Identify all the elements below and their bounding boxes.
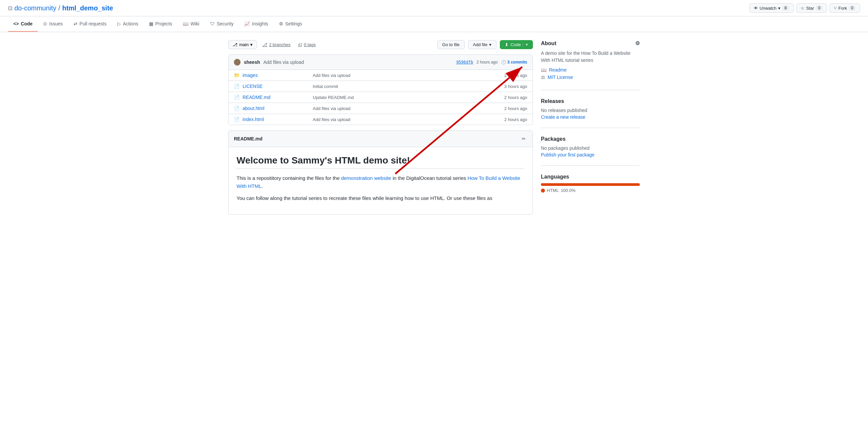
tab-insights[interactable]: 📈 Insights — [239, 17, 273, 32]
latest-commit-row: sheesh Add files via upload 9596dfb 2 ho… — [228, 55, 533, 70]
dropdown-arrow: ▾ — [778, 6, 780, 11]
readme-section: README.md ✏ Welcome to Sammy's HTML demo… — [228, 130, 533, 215]
releases-title: Releases — [541, 98, 640, 104]
file-row: 📄 index.html Add files via upload 2 hour… — [228, 114, 533, 125]
file-row: 📄 about.html Add files via upload 2 hour… — [228, 103, 533, 114]
readme-para1-mid: in the DigitalOcean tutorial series — [391, 175, 467, 181]
file-icon: 📄 — [234, 117, 239, 122]
issues-icon: ⊙ — [43, 21, 47, 26]
readme-link-row: 📖 Readme — [541, 67, 640, 72]
publish-package-link[interactable]: Publish your first package — [541, 152, 594, 157]
file-row: 📁 images Add files via upload 2 hours ag… — [228, 70, 533, 81]
file-name: index.html — [243, 117, 309, 122]
folder-icon: 📁 — [234, 72, 239, 78]
repo-org-link[interactable]: do-community — [14, 4, 57, 12]
svg-point-3 — [235, 63, 240, 65]
repo-name-link[interactable]: html_demo_site — [62, 4, 113, 12]
projects-icon: ▦ — [149, 21, 153, 26]
license-sidebar-link[interactable]: MIT License — [548, 74, 573, 80]
unwatch-label: Unwatch — [760, 6, 777, 11]
file-name: about.html — [243, 106, 309, 111]
branches-icon: ⎇ — [262, 42, 267, 47]
unwatch-button[interactable]: 👁 Unwatch ▾ 8 — [749, 3, 794, 13]
sidebar-about-section: About ⚙ A demo site for the How To Build… — [541, 40, 640, 90]
tab-settings[interactable]: ⚙ Settings — [274, 17, 308, 32]
file-link[interactable]: LICENSE — [243, 84, 262, 89]
tab-code[interactable]: <> Code — [8, 17, 38, 32]
fork-label: Fork — [838, 6, 847, 11]
commits-link[interactable]: 3 commits — [507, 60, 527, 64]
file-name: images — [243, 72, 309, 78]
tab-pull-requests[interactable]: ⇄ Pull requests — [68, 17, 112, 32]
commit-hash[interactable]: 9596dfb — [456, 60, 473, 64]
file-commit: Update README.md — [313, 95, 484, 100]
nav-tabs: <> Code ⊙ Issues ⇄ Pull requests ▷ Actio… — [0, 17, 868, 32]
readme-edit-button[interactable]: ✏ — [521, 135, 527, 143]
file-time: 2 hours ago — [487, 117, 527, 122]
wiki-icon: 📖 — [183, 21, 188, 26]
html-label: HTML — [547, 188, 559, 193]
html-language-bar — [541, 183, 640, 186]
file-icon: 📄 — [234, 106, 239, 111]
commit-time: 2 hours ago — [476, 60, 497, 64]
history-icon: 🕐 — [501, 60, 506, 64]
file-link[interactable]: index.html — [243, 117, 264, 122]
file-link[interactable]: about.html — [243, 106, 264, 111]
tags-link[interactable]: 🏷 0 tags — [296, 40, 318, 49]
tab-wiki[interactable]: 📖 Wiki — [178, 17, 205, 32]
tab-security[interactable]: 🛡 Security — [205, 17, 239, 32]
file-icon: 📄 — [234, 95, 239, 100]
tab-projects[interactable]: ▦ Projects — [144, 17, 178, 32]
repo-toolbar: ⎇ main ▾ ⎇ 2 branches 🏷 0 tags Go to fil… — [228, 40, 533, 49]
file-name: README.md — [243, 95, 309, 100]
tab-wiki-label: Wiki — [190, 21, 199, 26]
readme-para2: You can follow along the tutorial series… — [237, 194, 525, 202]
tab-pr-label: Pull requests — [80, 21, 106, 26]
html-percent: 100.0% — [561, 188, 575, 193]
tab-settings-label: Settings — [285, 21, 302, 26]
star-count: 0 — [816, 5, 823, 11]
top-bar: ⊡ do-community / html_demo_site 👁 Unwatc… — [0, 0, 868, 17]
tab-issues[interactable]: ⊙ Issues — [38, 17, 68, 32]
security-icon: 🛡 — [210, 21, 215, 26]
file-commit: Add files via upload — [313, 117, 484, 122]
tags-count: 0 tags — [304, 42, 316, 47]
goto-file-button[interactable]: Go to file — [437, 40, 465, 49]
fork-button[interactable]: ⑂ Fork 0 — [830, 3, 860, 13]
file-link[interactable]: images — [243, 72, 257, 78]
file-time: 2 hours ago — [487, 106, 527, 111]
commit-avatar — [234, 59, 241, 65]
sidebar: About ⚙ A demo site for the How To Build… — [541, 40, 640, 215]
no-releases-text: No releases published — [541, 108, 640, 113]
code-btn-label: Code — [510, 42, 521, 47]
create-release-link[interactable]: Create a new release — [541, 114, 585, 120]
add-file-button[interactable]: Add file ▾ — [468, 40, 496, 49]
branches-link[interactable]: ⎇ 2 branches — [260, 40, 292, 49]
watch-count: 8 — [782, 5, 789, 11]
readme-para1-end: . — [261, 183, 263, 189]
tab-security-label: Security — [217, 21, 234, 26]
readme-sidebar-link[interactable]: Readme — [549, 67, 567, 72]
star-icon: ☆ — [801, 6, 805, 11]
tab-code-label: Code — [21, 21, 32, 26]
star-button[interactable]: ☆ Star 0 — [796, 3, 827, 13]
code-dropdown-icon: ▾ — [523, 42, 528, 47]
about-title-text: About — [541, 40, 556, 47]
insights-icon: 📈 — [244, 21, 250, 26]
about-gear-icon[interactable]: ⚙ — [635, 40, 640, 47]
tab-insights-label: Insights — [252, 21, 268, 26]
html-language-label: HTML 100.0% — [541, 188, 640, 193]
file-table: sheesh Add files via upload 9596dfb 2 ho… — [228, 55, 533, 125]
tag-icon: 🏷 — [298, 42, 302, 47]
code-button[interactable]: ⬇ Code ▾ — [500, 40, 533, 49]
fork-icon: ⑂ — [834, 6, 837, 11]
tab-actions-label: Actions — [123, 21, 138, 26]
sidebar-releases-section: Releases No releases published Create a … — [541, 98, 640, 128]
file-link[interactable]: README.md — [243, 95, 270, 100]
pr-icon: ⇄ — [73, 21, 78, 26]
branch-selector[interactable]: ⎇ main ▾ — [228, 40, 257, 49]
sidebar-packages-section: Packages No packages published Publish y… — [541, 136, 640, 166]
tab-actions[interactable]: ▷ Actions — [112, 17, 144, 32]
demo-link[interactable]: demonstration website — [341, 175, 391, 181]
file-row: 📄 README.md Update README.md 2 hours ago — [228, 92, 533, 103]
